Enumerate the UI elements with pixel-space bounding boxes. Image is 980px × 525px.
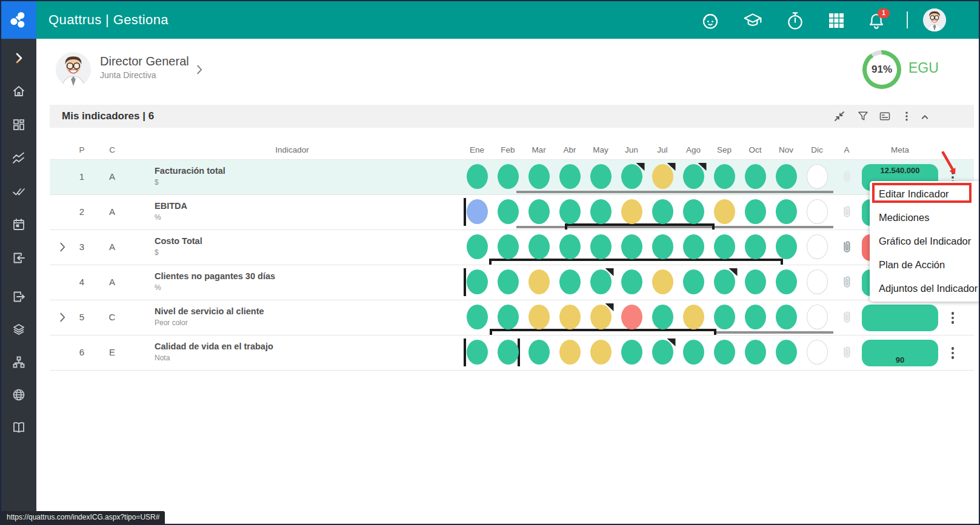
status-dot-may[interactable]: [590, 340, 612, 365]
sign-out-icon[interactable]: [12, 289, 26, 304]
attachment-icon[interactable]: [840, 205, 853, 220]
status-dot-nov[interactable]: [776, 199, 797, 224]
status-dot-jul[interactable]: [652, 269, 673, 294]
app-logo-icon[interactable]: [1, 1, 36, 39]
status-dot-ago[interactable]: [683, 340, 704, 365]
sidebar-expand-icon[interactable]: [12, 51, 26, 65]
status-dot-dic[interactable]: [807, 199, 828, 224]
attachment-icon[interactable]: [840, 311, 853, 325]
status-dot-nov[interactable]: [776, 164, 797, 189]
status-dot-abr[interactable]: [559, 269, 581, 294]
status-dot-mar[interactable]: [528, 269, 550, 294]
status-dot-mar[interactable]: [528, 305, 550, 329]
row-menu-button[interactable]: [948, 309, 958, 327]
status-dot-sep[interactable]: [714, 164, 735, 189]
status-dot-jul[interactable]: [652, 305, 673, 329]
status-dot-sep[interactable]: [714, 305, 735, 329]
status-dot-ago[interactable]: [683, 199, 704, 224]
card-view-icon[interactable]: [879, 110, 891, 122]
indicator-name[interactable]: Clientes no pagantes 30 días: [155, 271, 275, 281]
assistant-face-icon[interactable]: [701, 11, 720, 30]
apps-grid-icon[interactable]: [827, 11, 846, 30]
status-dot-may[interactable]: [590, 305, 612, 329]
meta-pill[interactable]: 90: [862, 340, 938, 366]
indicator-row-nivel-de-servicio-al-cliente[interactable]: 5CNivel de servicio al clientePeor color: [1, 300, 980, 335]
status-dot-jun[interactable]: [621, 164, 642, 189]
status-dot-mar[interactable]: [528, 340, 550, 365]
double-check-icon[interactable]: [12, 184, 26, 199]
status-dot-ene[interactable]: [467, 234, 488, 259]
status-dot-ene[interactable]: [467, 199, 488, 224]
status-dot-jul[interactable]: [652, 340, 673, 365]
status-dot-dic[interactable]: [807, 164, 828, 189]
status-dot-dic[interactable]: [807, 234, 828, 259]
status-dot-oct[interactable]: [745, 199, 766, 224]
status-dot-abr[interactable]: [559, 340, 581, 365]
sign-in-icon[interactable]: [12, 251, 26, 265]
attachment-icon[interactable]: [840, 276, 853, 290]
status-dot-ene[interactable]: [467, 340, 488, 365]
row-menu-button[interactable]: [948, 344, 958, 362]
status-dot-dic[interactable]: [807, 305, 828, 329]
status-dot-ago[interactable]: [683, 305, 704, 329]
status-dot-ago[interactable]: [683, 164, 704, 189]
status-dot-ene[interactable]: [467, 269, 488, 294]
menu-item-plan-de-accion[interactable]: Plan de Acción: [870, 253, 980, 277]
status-dot-feb[interactable]: [498, 269, 519, 294]
expand-row-icon[interactable]: [56, 240, 69, 254]
status-dot-abr[interactable]: [559, 199, 581, 224]
status-dot-oct[interactable]: [745, 340, 766, 365]
indicator-row-costo-total[interactable]: 3ACosto Total$: [1, 230, 980, 265]
status-dot-oct[interactable]: [745, 164, 766, 189]
layers-icon[interactable]: [12, 322, 26, 337]
indicator-name[interactable]: Costo Total: [155, 236, 202, 246]
user-avatar[interactable]: [923, 8, 946, 31]
status-dot-feb[interactable]: [498, 340, 519, 365]
status-dot-sep[interactable]: [714, 234, 735, 259]
status-dot-jul[interactable]: [652, 234, 673, 259]
profile-avatar[interactable]: [56, 52, 91, 87]
status-dot-sep[interactable]: [714, 340, 735, 365]
indicator-name[interactable]: Calidad de vida en el trabajo: [155, 342, 273, 351]
filter-icon[interactable]: [857, 110, 869, 122]
status-dot-may[interactable]: [590, 234, 612, 259]
status-dot-may[interactable]: [590, 199, 612, 224]
status-dot-nov[interactable]: [776, 305, 797, 329]
home-icon[interactable]: [12, 84, 26, 99]
status-dot-nov[interactable]: [776, 234, 797, 259]
status-dot-abr[interactable]: [559, 164, 581, 189]
status-dot-mar[interactable]: [528, 234, 550, 259]
timer-icon[interactable]: [785, 11, 805, 30]
status-dot-jun[interactable]: [621, 199, 642, 224]
status-dot-dic[interactable]: [807, 340, 828, 365]
status-dot-ago[interactable]: [683, 269, 704, 294]
status-dot-ene[interactable]: [467, 305, 488, 329]
status-dot-feb[interactable]: [498, 305, 519, 329]
indicator-row-ebitda[interactable]: 2AEBITDA%: [1, 195, 980, 230]
status-dot-mar[interactable]: [528, 199, 550, 224]
indicators-trend-icon[interactable]: [12, 151, 26, 165]
status-dot-oct[interactable]: [745, 269, 766, 294]
indicator-name[interactable]: Nivel de servicio al cliente: [155, 306, 264, 316]
status-dot-jun[interactable]: [621, 305, 642, 329]
status-dot-jun[interactable]: [621, 340, 642, 365]
status-dot-feb[interactable]: [498, 234, 519, 259]
status-dot-jun[interactable]: [621, 234, 642, 259]
status-dot-abr[interactable]: [559, 234, 581, 259]
status-dot-jun[interactable]: [621, 269, 642, 294]
indicator-row-calidad-de-vida-en-el-trabajo[interactable]: 6ECalidad de vida en el trabajoNota90: [1, 335, 980, 371]
status-dot-nov[interactable]: [776, 269, 797, 294]
attachment-icon[interactable]: [840, 170, 853, 185]
status-dot-mar[interactable]: [528, 164, 550, 189]
status-dot-feb[interactable]: [498, 164, 519, 189]
status-dot-oct[interactable]: [745, 305, 766, 329]
status-dot-abr[interactable]: [559, 305, 581, 329]
org-chart-icon[interactable]: [12, 355, 26, 369]
panel-more-icon[interactable]: [901, 110, 913, 122]
dashboard-icon[interactable]: [12, 117, 26, 132]
status-dot-ene[interactable]: [467, 164, 488, 189]
calendar-icon[interactable]: [12, 217, 26, 232]
profile-chevron-right-icon[interactable]: [193, 63, 206, 76]
status-dot-may[interactable]: [590, 164, 612, 189]
menu-item-grafico-del-indicador[interactable]: Gráfico del Indicador: [870, 229, 980, 253]
